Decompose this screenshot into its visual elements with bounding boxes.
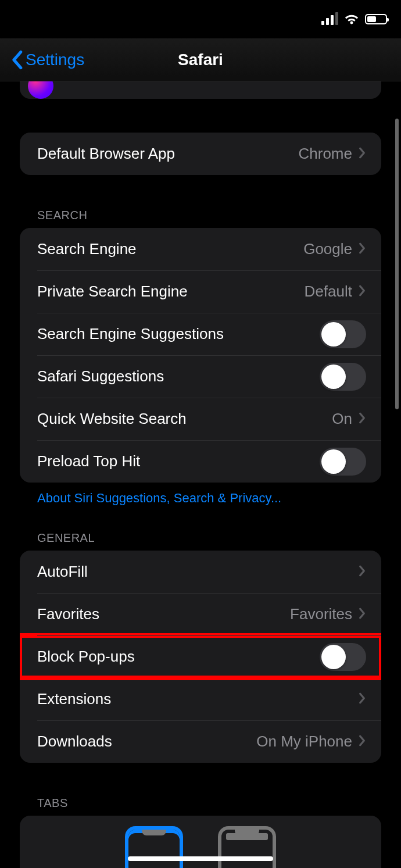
chevron-right-icon	[358, 692, 366, 707]
row-value: Google	[303, 240, 352, 258]
row-label: Private Search Engine	[37, 283, 305, 301]
row-value: Chrome	[299, 145, 352, 163]
chevron-left-icon	[10, 50, 23, 70]
content-scroll[interactable]: Default Browser App Chrome SEARCH Search…	[0, 81, 401, 868]
general-group: AutoFill Favorites Favorites Block Pop-u…	[20, 551, 381, 763]
downloads-row[interactable]: Downloads On My iPhone	[20, 720, 381, 763]
preload-top-hit-row: Preload Top Hit	[20, 440, 381, 483]
cellular-icon	[321, 13, 338, 25]
chevron-right-icon	[358, 734, 366, 749]
row-label: Default Browser App	[37, 145, 299, 163]
favorites-row[interactable]: Favorites Favorites	[20, 593, 381, 635]
search-engine-suggestions-toggle[interactable]	[320, 320, 366, 348]
safari-suggestions-row: Safari Suggestions	[20, 355, 381, 398]
default-browser-row[interactable]: Default Browser App Chrome	[20, 133, 381, 175]
section-header-general: GENERAL	[20, 531, 381, 551]
section-header-tabs: TABS	[20, 796, 381, 816]
chevron-right-icon	[358, 147, 366, 162]
row-value: On	[332, 410, 352, 428]
row-label: Favorites	[37, 605, 290, 623]
autofill-row[interactable]: AutoFill	[20, 551, 381, 593]
row-value: On My iPhone	[256, 733, 352, 751]
chevron-right-icon	[358, 242, 366, 257]
block-popups-toggle[interactable]	[320, 643, 366, 671]
chevron-right-icon	[358, 565, 366, 580]
status-bar	[0, 0, 401, 38]
safari-suggestions-toggle[interactable]	[320, 363, 366, 391]
chevron-right-icon	[358, 412, 366, 427]
wifi-icon	[344, 13, 359, 25]
row-value: Default	[305, 283, 352, 301]
back-button[interactable]: Settings	[10, 50, 84, 70]
default-browser-group: Default Browser App Chrome	[20, 133, 381, 175]
preload-top-hit-toggle[interactable]	[320, 448, 366, 476]
row-label: Search Engine	[37, 240, 303, 258]
row-label: Preload Top Hit	[37, 452, 320, 470]
battery-icon	[365, 14, 387, 24]
row-value: Favorites	[290, 605, 352, 623]
extensions-row[interactable]: Extensions	[20, 678, 381, 720]
row-label: Downloads	[37, 733, 256, 751]
search-engine-suggestions-row: Search Engine Suggestions	[20, 313, 381, 355]
search-group: Search Engine Google Private Search Engi…	[20, 228, 381, 483]
single-tab-option[interactable]	[218, 826, 276, 868]
scroll-indicator	[395, 119, 399, 409]
row-label: Search Engine Suggestions	[37, 325, 320, 343]
row-label: Block Pop-ups	[37, 648, 320, 666]
about-siri-suggestions-link[interactable]: About Siri Suggestions, Search & Privacy…	[20, 483, 381, 506]
row-label: AutoFill	[37, 563, 358, 581]
navigation-bar: Settings Safari	[0, 38, 401, 81]
row-label: Quick Website Search	[37, 410, 332, 428]
siri-search-group-partial	[20, 81, 381, 99]
row-label: Safari Suggestions	[37, 367, 320, 385]
home-indicator[interactable]	[128, 856, 273, 861]
private-search-engine-row[interactable]: Private Search Engine Default	[20, 270, 381, 313]
quick-website-search-row[interactable]: Quick Website Search On	[20, 398, 381, 440]
section-header-search: SEARCH	[20, 209, 381, 228]
tab-bar-option[interactable]	[125, 826, 183, 868]
chevron-right-icon	[358, 284, 366, 299]
block-popups-row: Block Pop-ups	[20, 635, 381, 678]
search-engine-row[interactable]: Search Engine Google	[20, 228, 381, 270]
chevron-right-icon	[358, 607, 366, 622]
row-label: Extensions	[37, 690, 358, 708]
back-label: Settings	[26, 51, 84, 69]
